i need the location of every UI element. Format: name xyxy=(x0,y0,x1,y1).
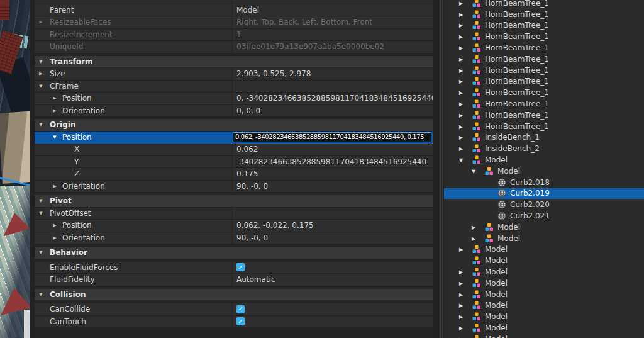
expand-arrow-icon[interactable]: ▶ xyxy=(457,247,465,252)
explorer-row-model[interactable]: ▶ Model xyxy=(444,289,644,300)
expand-arrow-icon[interactable]: ▶ xyxy=(457,291,465,297)
explorer-row-model[interactable]: ▶ Model xyxy=(444,266,644,278)
explorer-row-hornbeamtree-1[interactable]: ▶ HornBeamTree_1 xyxy=(444,54,644,65)
expand-arrow-icon[interactable]: ▶ xyxy=(457,45,465,51)
explorer-row-insidebench-1[interactable]: ▶ InsideBench_1 xyxy=(444,132,644,144)
expand-arrow-icon[interactable]: ▶ xyxy=(457,0,465,6)
property-row-parent[interactable]: Parent Model xyxy=(35,4,433,17)
expand-arrow-icon[interactable]: ▶ xyxy=(457,325,465,331)
expand-arrow-icon[interactable]: ▼ xyxy=(470,168,477,174)
expand-arrow-icon[interactable]: ▶ xyxy=(457,11,465,17)
explorer-row-model[interactable]: ▶ Model xyxy=(444,322,644,334)
expand-arrow-icon[interactable]: ▶ xyxy=(470,235,477,241)
explorer-row-hornbeamtree-1[interactable]: ▶ HornBeamTree_1 xyxy=(444,42,644,54)
property-row-section-collision[interactable]: ▼ Collision xyxy=(35,289,433,301)
property-value-cell[interactable]: Right, Top, Back, Left, Bottom, Front xyxy=(232,16,433,28)
property-value-cell[interactable]: Curb2.019 xyxy=(232,0,433,4)
explorer-row-model[interactable]: ▼ Model xyxy=(444,166,644,177)
property-value-cell[interactable]: 90, -0, 0 xyxy=(232,232,433,244)
explorer-row-model[interactable]: Model xyxy=(444,255,644,266)
expand-arrow-icon[interactable]: ▶ xyxy=(457,303,465,308)
property-row-can-collide[interactable]: CanCollide xyxy=(35,303,433,316)
explorer-row-curb2-019[interactable]: Curb2.019 xyxy=(444,188,644,200)
property-row-pivot-orientation[interactable]: ▶ Orientation 90, -0, 0 xyxy=(35,232,433,245)
property-value-cell[interactable]: 03ffee01e79a13e907a1ba5e0000be02 xyxy=(232,41,433,53)
expand-arrow-icon[interactable]: ▶ xyxy=(457,314,465,320)
explorer-row-hornbeamtree-1[interactable]: ▶ HornBeamTree_1 xyxy=(444,31,644,42)
property-row-size[interactable]: ▶ Size 2.903, 0.525, 2.978 xyxy=(35,68,433,81)
property-value-cell[interactable]: -340282346638528859811704183484516925440 xyxy=(232,156,433,168)
expand-arrow-icon[interactable]: ▶ xyxy=(470,224,477,230)
explorer-row-model[interactable]: ▶ Model xyxy=(444,278,644,289)
expand-arrow-icon[interactable]: ▼ xyxy=(37,84,45,89)
explorer-row-hornbeamtree-1[interactable]: ▶ HornBeamTree_1 xyxy=(444,76,644,87)
expand-arrow-icon[interactable]: ▼ xyxy=(37,122,45,127)
explorer-row-model[interactable]: ▶ Model xyxy=(444,334,644,338)
explorer-row-model[interactable]: ▶ Model xyxy=(444,233,644,244)
expand-arrow-icon[interactable]: ▶ xyxy=(457,67,465,73)
panel-splitter[interactable] xyxy=(433,0,444,338)
property-value-cell[interactable] xyxy=(232,56,433,68)
property-row-can-touch[interactable]: CanTouch xyxy=(35,316,433,329)
expand-arrow-icon[interactable]: ▼ xyxy=(37,250,45,255)
property-value-cell[interactable] xyxy=(232,208,433,220)
explorer-row-model[interactable]: ▶ Model xyxy=(444,244,644,256)
explorer-row-hornbeamtree-1[interactable]: ▶ HornBeamTree_1 xyxy=(444,65,644,76)
explorer-row-curb2-020[interactable]: Curb2.020 xyxy=(444,199,644,210)
checkbox-checked[interactable] xyxy=(236,317,245,325)
expand-arrow-icon[interactable]: ▶ xyxy=(51,96,58,101)
property-row-resize-increment[interactable]: ResizeIncrement 1 xyxy=(35,29,433,42)
checkbox-checked[interactable] xyxy=(236,263,245,271)
expand-arrow-icon[interactable]: ▶ xyxy=(457,112,465,118)
property-row-resizeable-faces[interactable]: ▶ ResizeableFaces Right, Top, Back, Left… xyxy=(35,16,433,29)
property-row-cframe-orientation[interactable]: ▶ Orientation 0, 0, 0 xyxy=(35,105,433,118)
property-value-cell[interactable] xyxy=(232,195,433,207)
expand-arrow-icon[interactable]: ▶ xyxy=(51,108,58,113)
expand-arrow-icon[interactable]: ▶ xyxy=(457,23,465,28)
origin-position-input[interactable]: 0.062, -34028234663852885981170418348451… xyxy=(233,132,431,143)
property-value-cell[interactable] xyxy=(232,289,433,301)
explorer-row-curb2-018[interactable]: Curb2.018 xyxy=(444,177,644,188)
property-row-cframe[interactable]: ▼ CFrame xyxy=(35,81,433,93)
expand-arrow-icon[interactable]: ▶ xyxy=(457,135,465,140)
property-row-pivot-position[interactable]: ▶ Position 0.062, -0.022, 0.175 xyxy=(35,220,433,232)
property-row-origin-position-z[interactable]: Z 0.175 xyxy=(35,168,433,181)
property-value-cell[interactable] xyxy=(232,247,433,259)
property-row-section-behavior[interactable]: ▼ Behavior xyxy=(35,247,433,259)
explorer-row-hornbeamtree-1[interactable]: ▶ HornBeamTree_1 xyxy=(444,110,644,121)
explorer-row-hornbeamtree-1[interactable]: ▶ HornBeamTree_1 xyxy=(444,20,644,31)
property-value-cell[interactable]: 0.062, -34028234663852885981170418348451… xyxy=(232,132,433,144)
expand-arrow-icon[interactable]: ▼ xyxy=(51,135,58,140)
property-value-cell[interactable]: 2.903, 0.525, 2.978 xyxy=(232,68,433,80)
expand-arrow-icon[interactable]: ▶ xyxy=(457,269,465,275)
expand-arrow-icon[interactable]: ▼ xyxy=(457,157,465,163)
property-row-unique-id[interactable]: UniqueId 03ffee01e79a13e907a1ba5e0000be0… xyxy=(35,41,433,54)
property-value-cell[interactable] xyxy=(232,303,433,315)
property-row-origin-orientation[interactable]: ▶ Orientation 90, -0, 0 xyxy=(35,181,433,193)
property-value-cell[interactable]: 0.062, -0.022, 0.175 xyxy=(232,220,433,232)
property-value-cell[interactable]: 0.062 xyxy=(232,144,433,155)
explorer-row-hornbeamtree-1[interactable]: ▶ HornBeamTree_1 xyxy=(444,0,644,9)
expand-arrow-icon[interactable]: ▼ xyxy=(37,211,45,216)
property-value-cell[interactable]: 0, 0, 0 xyxy=(232,105,433,117)
viewport-3d[interactable] xyxy=(0,0,30,338)
expand-arrow-icon[interactable]: ▶ xyxy=(37,71,45,76)
explorer-row-model[interactable]: ▶ Model xyxy=(444,222,644,233)
explorer-row-hornbeamtree-1[interactable]: ▶ HornBeamTree_1 xyxy=(444,98,644,110)
property-row-section-pivot[interactable]: ▼ Pivot xyxy=(35,195,433,208)
expand-arrow-icon[interactable]: ▶ xyxy=(37,20,45,25)
explorer-row-model[interactable]: ▼ Model xyxy=(444,154,644,166)
property-value-cell[interactable]: Model xyxy=(232,4,433,16)
explorer-row-curb2-021[interactable]: Curb2.021 xyxy=(444,210,644,222)
property-row-fluid-fidelity[interactable]: FluidFidelity Automatic xyxy=(35,274,433,286)
property-row-origin-position-x[interactable]: X 0.062 xyxy=(35,144,433,156)
property-value-cell[interactable] xyxy=(232,316,433,328)
expand-arrow-icon[interactable]: ▶ xyxy=(51,184,58,189)
expand-arrow-icon[interactable]: ▶ xyxy=(457,146,465,152)
expand-arrow-icon[interactable]: ▼ xyxy=(37,292,45,297)
property-value-cell[interactable]: Automatic xyxy=(232,274,433,286)
expand-arrow-icon[interactable]: ▶ xyxy=(457,101,465,107)
property-row-enable-fluid-forces[interactable]: EnableFluidForces xyxy=(35,262,433,274)
expand-arrow-icon[interactable]: ▶ xyxy=(457,280,465,286)
expand-arrow-icon[interactable]: ▶ xyxy=(51,235,58,240)
